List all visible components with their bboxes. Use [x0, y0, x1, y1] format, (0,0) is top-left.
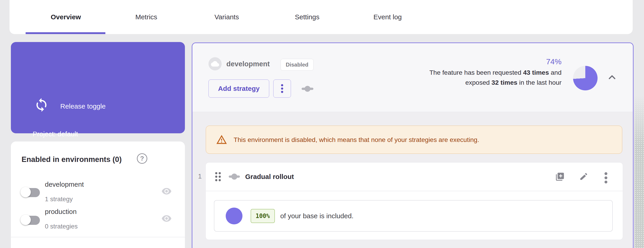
strategy-more-options-icon[interactable]	[603, 172, 613, 181]
toggle-knob	[20, 187, 31, 197]
copy-strategy-icon[interactable]	[555, 172, 565, 181]
strategy-index: 1	[196, 173, 204, 180]
rollout-description: of your base is included.	[280, 212, 354, 220]
strategy-card: Gradual rollout	[206, 162, 623, 240]
tab-settings[interactable]: Settings	[267, 0, 348, 34]
active-tab-indicator	[26, 32, 105, 34]
cloud-icon	[208, 57, 222, 70]
toggle-knob	[20, 215, 31, 225]
environment-panel: development Disabled Add strategy 74% Th…	[192, 43, 634, 248]
metrics-pie-chart	[573, 66, 598, 90]
rollout-strategy-icon	[228, 172, 241, 182]
help-icon[interactable]: ?	[137, 153, 147, 164]
visibility-icon[interactable]	[161, 186, 172, 196]
feature-type-card: Release toggle Project: default No descr…	[11, 42, 185, 133]
strategy-name: Gradual rollout	[245, 173, 294, 181]
strategy-header: Gradual rollout	[206, 163, 623, 191]
feature-project-label: Project: default	[33, 130, 78, 138]
kebab-icon	[279, 84, 286, 94]
environment-strategy-count: 1 strategy	[45, 196, 73, 203]
divider	[11, 237, 185, 237]
tab-variants[interactable]: Variants	[186, 0, 267, 34]
environment-name: development	[45, 181, 84, 188]
tab-metrics[interactable]: Metrics	[106, 0, 186, 34]
environment-header: development Disabled Add strategy 74% Th…	[192, 43, 633, 112]
environment-strategy-count: 0 strategies	[45, 223, 78, 230]
environments-card: Enabled in environments (0) ? developmen…	[11, 142, 185, 248]
warning-text: This environment is disabled, which mean…	[234, 136, 479, 144]
environment-disabled-warning: This environment is disabled, which mean…	[206, 126, 622, 154]
tab-label: Metrics	[135, 13, 157, 21]
background-texture	[634, 95, 644, 248]
feature-toggle-page: Overview Metrics Variants Settings Event…	[0, 0, 644, 248]
environments-card-title: Enabled in environments (0)	[22, 155, 122, 164]
tab-label: Event log	[374, 13, 402, 21]
add-strategy-button[interactable]: Add strategy	[208, 79, 269, 98]
edit-strategy-icon[interactable]	[579, 172, 589, 181]
strategy-actions	[555, 172, 613, 181]
toggle-production[interactable]	[20, 215, 40, 225]
environment-name: production	[45, 208, 76, 215]
tab-label: Variants	[214, 13, 239, 21]
tab-bar: Overview Metrics Variants Settings Event…	[10, 0, 633, 34]
tab-label: Settings	[295, 13, 319, 21]
metrics-percentage: 74%	[546, 57, 562, 66]
feature-type-label: Release toggle	[60, 102, 106, 110]
environment-name-title: development	[226, 60, 270, 68]
tab-event-log[interactable]: Event log	[348, 0, 428, 34]
tab-label: Overview	[51, 13, 81, 21]
strategy-count-icon	[301, 83, 314, 94]
collapse-chevron-up-icon[interactable]	[606, 72, 618, 83]
warning-triangle-icon	[216, 134, 227, 145]
toggle-development[interactable]	[20, 187, 40, 198]
release-toggle-icon	[34, 97, 49, 112]
tab-overview[interactable]: Overview	[26, 0, 106, 34]
environment-more-options-button[interactable]	[273, 79, 291, 98]
drag-handle-icon[interactable]	[214, 171, 222, 182]
status-badge: Disabled	[280, 59, 314, 71]
rollout-pie	[226, 208, 242, 224]
rollout-percentage-chip: 100%	[250, 209, 275, 223]
metrics-summary: The feature has been requested 43 times …	[414, 68, 562, 87]
visibility-icon[interactable]	[161, 213, 172, 224]
rollout-summary: 100% of your base is included.	[214, 200, 613, 232]
